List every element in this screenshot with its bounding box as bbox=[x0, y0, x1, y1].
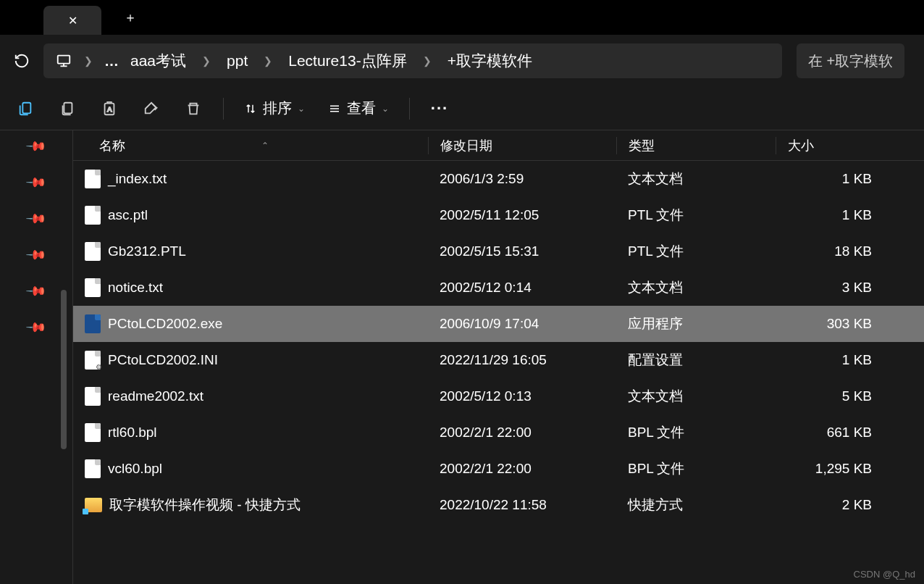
file-name: Gb2312.PTL bbox=[108, 243, 186, 259]
file-date: 2022/10/22 11:58 bbox=[428, 497, 616, 513]
file-row[interactable]: Gb2312.PTL2002/5/15 15:31PTL 文件18 KB bbox=[73, 233, 924, 270]
file-type: 文本文档 bbox=[616, 387, 776, 406]
paste-button[interactable]: A bbox=[91, 93, 127, 125]
file-name: _index.txt bbox=[108, 171, 167, 187]
pin-icon[interactable]: 📌 bbox=[26, 207, 46, 228]
svg-rect-0 bbox=[58, 56, 70, 64]
file-row[interactable]: 取字模软件操作视频 - 快捷方式2022/10/22 11:58快捷方式2 KB bbox=[73, 487, 924, 523]
file-name: readme2002.txt bbox=[108, 388, 203, 404]
svg-text:A: A bbox=[107, 105, 112, 112]
column-header-size[interactable]: 大小 bbox=[776, 137, 881, 154]
file-date: 2006/1/3 2:59 bbox=[428, 171, 616, 187]
pin-icon[interactable]: 📌 bbox=[26, 316, 46, 336]
chevron-icon[interactable]: ❯ bbox=[78, 55, 98, 67]
breadcrumb-item[interactable]: ppt bbox=[222, 51, 252, 71]
rename-button[interactable] bbox=[133, 93, 169, 125]
file-type: 应用程序 bbox=[616, 314, 776, 333]
file-date: 2022/11/29 16:05 bbox=[428, 352, 616, 368]
copy-button[interactable] bbox=[49, 93, 85, 125]
separator bbox=[223, 98, 224, 120]
close-tab-button[interactable]: ✕ bbox=[62, 10, 83, 30]
file-size: 5 KB bbox=[776, 388, 881, 404]
main-area: 📌 📌 📌 📌 📌 📌 名称 ⌃ 修改日期 类型 大小 _index.txt20… bbox=[0, 130, 924, 584]
pin-icon[interactable]: 📌 bbox=[26, 135, 46, 155]
toolbar: A 排序 ⌄ 查看 ⌄ ··· bbox=[0, 87, 924, 130]
address-bar[interactable]: ❯ … aaa考试 ❯ ppt ❯ Lecture13-点阵屏 ❯ +取字模软件 bbox=[43, 43, 782, 78]
txt-file-icon bbox=[85, 242, 101, 261]
column-headers: 名称 ⌃ 修改日期 类型 大小 bbox=[73, 130, 924, 161]
pin-icon[interactable]: 📌 bbox=[26, 280, 46, 300]
txt-file-icon bbox=[85, 423, 101, 442]
file-name: notice.txt bbox=[108, 280, 163, 296]
column-header-date[interactable]: 修改日期 bbox=[428, 137, 616, 154]
file-row[interactable]: PCtoLCD2002.INI2022/11/29 16:05配置设置1 KB bbox=[73, 342, 924, 378]
separator bbox=[409, 98, 410, 120]
sidebar: 📌 📌 📌 📌 📌 📌 bbox=[0, 130, 72, 584]
file-size: 661 KB bbox=[776, 425, 881, 441]
file-name-cell: PCtoLCD2002.INI bbox=[73, 351, 428, 370]
exe-file-icon bbox=[85, 314, 101, 333]
file-name-cell: notice.txt bbox=[73, 278, 428, 297]
file-type: 文本文档 bbox=[616, 278, 776, 297]
file-size: 3 KB bbox=[776, 280, 881, 296]
sidebar-scrollbar[interactable] bbox=[61, 290, 67, 449]
file-row[interactable]: vcl60.bpl2002/2/1 22:00BPL 文件1,295 KB bbox=[73, 451, 924, 487]
file-name-cell: _index.txt bbox=[73, 170, 428, 188]
delete-button[interactable] bbox=[175, 93, 211, 125]
file-size: 1,295 KB bbox=[776, 461, 881, 477]
breadcrumb-item[interactable]: Lecture13-点阵屏 bbox=[284, 49, 411, 72]
file-row[interactable]: rtl60.bpl2002/2/1 22:00BPL 文件661 KB bbox=[73, 414, 924, 451]
more-button[interactable]: ··· bbox=[421, 93, 458, 125]
file-date: 2002/5/11 12:05 bbox=[428, 207, 616, 223]
file-date: 2002/5/12 0:14 bbox=[428, 280, 616, 296]
sort-indicator-icon: ⌃ bbox=[261, 141, 269, 151]
file-size: 303 KB bbox=[776, 316, 881, 332]
sort-button[interactable]: 排序 ⌄ bbox=[235, 93, 314, 125]
chevron-icon[interactable]: ❯ bbox=[258, 55, 278, 67]
cut-button[interactable] bbox=[7, 93, 43, 125]
file-row[interactable]: notice.txt2002/5/12 0:14文本文档3 KB bbox=[73, 270, 924, 306]
chevron-down-icon: ⌄ bbox=[382, 104, 389, 114]
breadcrumb-overflow[interactable]: … bbox=[104, 53, 120, 70]
chevron-icon[interactable]: ❯ bbox=[196, 55, 217, 67]
breadcrumb-item[interactable]: +取字模软件 bbox=[443, 49, 537, 72]
file-list-panel: 名称 ⌃ 修改日期 类型 大小 _index.txt2006/1/3 2:59文… bbox=[72, 130, 924, 584]
file-date: 2006/10/9 17:04 bbox=[428, 316, 616, 332]
sort-label: 排序 bbox=[263, 99, 292, 118]
file-type: BPL 文件 bbox=[616, 423, 776, 442]
chevron-icon[interactable]: ❯ bbox=[417, 55, 437, 67]
file-name: PCtoLCD2002.INI bbox=[108, 352, 218, 368]
file-name: vcl60.bpl bbox=[108, 461, 162, 477]
file-row[interactable]: PCtoLCD2002.exe2006/10/9 17:04应用程序303 KB bbox=[73, 306, 924, 342]
file-type: 快捷方式 bbox=[616, 496, 776, 514]
file-date: 2002/2/1 22:00 bbox=[428, 461, 616, 477]
file-name: rtl60.bpl bbox=[108, 425, 157, 441]
file-type: 文本文档 bbox=[616, 170, 776, 188]
pin-icon[interactable]: 📌 bbox=[26, 243, 46, 264]
file-name-cell: PCtoLCD2002.exe bbox=[73, 314, 428, 333]
search-input[interactable]: 在 +取字模软 bbox=[797, 43, 904, 78]
breadcrumb-item[interactable]: aaa考试 bbox=[126, 49, 190, 72]
folder-shortcut-icon bbox=[85, 498, 102, 512]
file-size: 1 KB bbox=[776, 352, 881, 368]
file-date: 2002/5/12 0:13 bbox=[428, 388, 616, 404]
tab-bar: ✕ ＋ bbox=[0, 0, 924, 35]
column-header-type[interactable]: 类型 bbox=[616, 137, 776, 154]
view-button[interactable]: 查看 ⌄ bbox=[319, 93, 398, 125]
new-tab-button[interactable]: ＋ bbox=[116, 3, 145, 32]
column-header-name[interactable]: 名称 ⌃ bbox=[73, 137, 428, 154]
file-type: PTL 文件 bbox=[616, 242, 776, 261]
file-row[interactable]: _index.txt2006/1/3 2:59文本文档1 KB bbox=[73, 161, 924, 197]
svg-rect-3 bbox=[22, 102, 30, 113]
pin-icon[interactable]: 📌 bbox=[26, 171, 46, 191]
tab-current[interactable]: ✕ bbox=[43, 6, 101, 35]
file-list: _index.txt2006/1/3 2:59文本文档1 KBasc.ptl20… bbox=[73, 161, 924, 523]
file-type: PTL 文件 bbox=[616, 206, 776, 225]
file-row[interactable]: asc.ptl2002/5/11 12:05PTL 文件1 KB bbox=[73, 197, 924, 233]
file-row[interactable]: readme2002.txt2002/5/12 0:13文本文档5 KB bbox=[73, 378, 924, 414]
file-size: 1 KB bbox=[776, 207, 881, 223]
refresh-button[interactable] bbox=[7, 46, 36, 75]
view-label: 查看 bbox=[347, 99, 376, 118]
file-name-cell: 取字模软件操作视频 - 快捷方式 bbox=[73, 496, 428, 514]
file-date: 2002/5/15 15:31 bbox=[428, 243, 616, 259]
